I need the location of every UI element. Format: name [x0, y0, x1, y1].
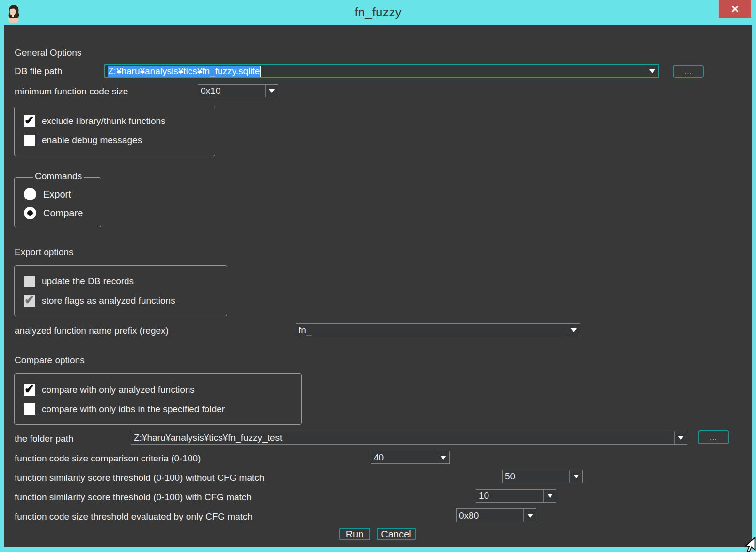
- prefix-combobox[interactable]: fn_: [296, 323, 580, 337]
- with-cfg-label: function similarity score threshold (0-1…: [15, 491, 252, 504]
- export-radio[interactable]: [24, 188, 36, 200]
- without-cfg-value: 50: [505, 471, 515, 482]
- db-file-path-combobox[interactable]: Z:¥haru¥analysis¥tics¥fn_fuzzy.sqlite: [104, 64, 659, 78]
- min-code-size-combobox[interactable]: 0x10: [198, 84, 278, 97]
- prefix-label: analyzed function name prefix (regex): [15, 324, 169, 337]
- close-icon: ✕: [731, 4, 740, 14]
- chevron-down-icon: [649, 69, 655, 73]
- min-code-size-label: minimum function code size: [15, 85, 128, 98]
- with-cfg-value: 10: [479, 491, 489, 501]
- chevron-down-icon: [527, 514, 533, 518]
- enable-debug-checkbox[interactable]: [24, 135, 35, 146]
- export-checkbox-group: update the DB records store flags as ana…: [14, 265, 227, 316]
- checkbox-label: compare with only idbs in the specified …: [42, 404, 225, 414]
- checkbox-label: update the DB records: [42, 276, 134, 287]
- commands-legend: Commands: [33, 171, 84, 182]
- checkbox-row: enable debug messages: [24, 135, 142, 146]
- folder-browse-button[interactable]: ...: [698, 430, 729, 444]
- folder-path-label: the folder path: [15, 432, 73, 445]
- commands-group: Commands Export Compare: [14, 177, 101, 227]
- chevron-down-icon: [269, 89, 275, 93]
- general-checkbox-group: exclude library/thunk functions enable d…: [14, 107, 215, 156]
- compare-analyzed-checkbox[interactable]: [24, 384, 35, 396]
- size-threshold-label: function code size threshold evaluated b…: [15, 510, 252, 523]
- exclude-library-checkbox[interactable]: [24, 115, 35, 127]
- chevron-down-icon: [573, 475, 579, 478]
- with-cfg-dropdown-arrow[interactable]: [543, 490, 556, 502]
- folder-path-value: Z:¥haru¥analysis¥tics¥fn_fuzzy_test: [134, 432, 282, 443]
- db-file-path-dropdown-arrow[interactable]: [646, 65, 658, 77]
- radio-label: Export: [43, 189, 71, 200]
- text-caret: [260, 66, 261, 77]
- db-file-path-label: DB file path: [15, 65, 62, 77]
- criteria-combobox[interactable]: 40: [371, 451, 450, 464]
- min-code-size-value: 0x10: [201, 86, 220, 96]
- chevron-down-icon: [571, 328, 577, 332]
- criteria-label: function code size comparison criteria (…: [15, 452, 201, 465]
- size-threshold-dropdown-arrow[interactable]: [523, 509, 536, 522]
- without-cfg-combobox[interactable]: 50: [502, 470, 583, 483]
- export-options-heading: Export options: [15, 246, 73, 259]
- cancel-button[interactable]: Cancel: [377, 528, 416, 540]
- mouse-cursor-icon: [741, 537, 756, 552]
- prefix-value: fn_: [299, 325, 311, 336]
- size-threshold-combobox[interactable]: 0x80: [456, 508, 536, 522]
- checkbox-row: compare with only analyzed functions: [24, 384, 195, 396]
- close-button[interactable]: ✕: [719, 0, 751, 18]
- checkbox-label: compare with only analyzed functions: [42, 384, 195, 395]
- checkbox-row: compare with only idbs in the specified …: [24, 403, 225, 415]
- db-file-path-value: Z:¥haru¥analysis¥tics¥fn_fuzzy.sqlite: [108, 66, 260, 77]
- compare-idbs-checkbox[interactable]: [24, 403, 35, 415]
- radio-label: Compare: [43, 208, 83, 219]
- radio-row: Compare: [24, 207, 83, 219]
- without-cfg-label: function similarity score threshold (0-1…: [15, 472, 264, 484]
- folder-path-dropdown-arrow[interactable]: [674, 431, 687, 444]
- chevron-down-icon: [441, 456, 446, 460]
- store-flags-checkbox: [24, 295, 35, 307]
- run-button[interactable]: Run: [339, 528, 370, 540]
- general-options-heading: General Options: [15, 46, 81, 59]
- chevron-down-icon: [547, 494, 553, 498]
- without-cfg-dropdown-arrow[interactable]: [569, 470, 582, 483]
- compare-checkbox-group: compare with only analyzed functions com…: [14, 373, 302, 425]
- prefix-dropdown-arrow[interactable]: [567, 324, 580, 337]
- size-threshold-value: 0x80: [459, 510, 479, 521]
- update-db-records-checkbox: [24, 276, 35, 287]
- compare-options-heading: Compare options: [15, 354, 85, 367]
- titlebar[interactable]: fn_fuzzy ✕: [0, 0, 756, 25]
- chevron-down-icon: [678, 436, 684, 440]
- min-code-size-dropdown-arrow[interactable]: [265, 85, 278, 97]
- folder-path-combobox[interactable]: Z:¥haru¥analysis¥tics¥fn_fuzzy_test: [131, 431, 687, 445]
- checkbox-label: enable debug messages: [42, 135, 142, 146]
- checkbox-label: exclude library/thunk functions: [42, 116, 166, 126]
- criteria-dropdown-arrow[interactable]: [437, 451, 449, 463]
- with-cfg-combobox[interactable]: 10: [476, 489, 556, 503]
- criteria-value: 40: [374, 452, 384, 463]
- checkbox-row: store flags as analyzed functions: [24, 295, 175, 307]
- radio-row: Export: [24, 188, 71, 200]
- compare-radio[interactable]: [24, 207, 36, 219]
- checkbox-label: store flags as analyzed functions: [42, 295, 175, 306]
- checkbox-row: update the DB records: [24, 276, 134, 287]
- fn-fuzzy-dialog: fn_fuzzy ✕ General Options DB file path …: [0, 0, 756, 552]
- dialog-body: General Options DB file path Z:¥haru¥ana…: [4, 25, 752, 547]
- checkbox-row: exclude library/thunk functions: [24, 115, 166, 127]
- db-file-browse-button[interactable]: ...: [673, 65, 704, 78]
- window-title: fn_fuzzy: [0, 5, 756, 20]
